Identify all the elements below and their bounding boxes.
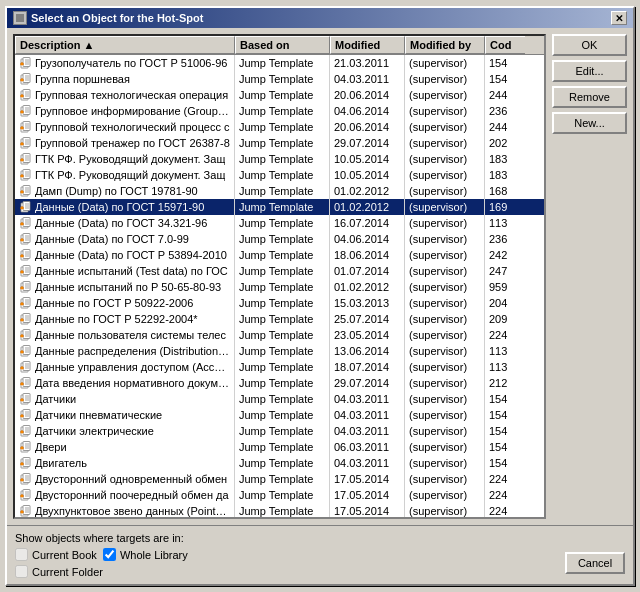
table-row[interactable]: R Групповой технологический процесс сJum…: [15, 119, 544, 135]
cell-desc-text-9: Данные (Data) по ГОСТ 15971-90: [35, 201, 204, 213]
title-bar: Select an Object for the Hot-Spot ✕: [7, 8, 633, 28]
cell-modby-2: (supervisor): [405, 87, 485, 103]
cell-desc-text-3: Групповое информирование (Group inf: [35, 105, 230, 117]
cell-modified-3: 04.06.2014: [330, 103, 405, 119]
col-header-description[interactable]: Description ▲: [15, 36, 235, 54]
col-header-code[interactable]: Cod: [485, 36, 525, 54]
table-row[interactable]: R Грузополучатель по ГОСТ Р 51006-96Jump…: [15, 55, 544, 71]
row-icon-25: R: [19, 457, 33, 469]
svg-text:R: R: [21, 352, 23, 355]
svg-text:R: R: [21, 208, 23, 211]
cell-modby-7: (supervisor): [405, 167, 485, 183]
table-row[interactable]: R Данные распределения (Distribution deJ…: [15, 343, 544, 359]
remove-button[interactable]: Remove: [552, 86, 627, 108]
cell-modby-5: (supervisor): [405, 135, 485, 151]
table-row[interactable]: R Данные по ГОСТ Р 50922-2006Jump Templa…: [15, 295, 544, 311]
cell-based-17: Jump Template: [235, 327, 330, 343]
row-icon-2: R: [19, 89, 33, 101]
cell-description-17: R Данные пользователя системы телес: [15, 327, 235, 343]
row-icon-20: R: [19, 377, 33, 389]
cell-desc-text-21: Датчики: [35, 393, 76, 405]
edit-button[interactable]: Edit...: [552, 60, 627, 82]
cell-modified-10: 16.07.2014: [330, 215, 405, 231]
cell-modified-19: 18.07.2014: [330, 359, 405, 375]
table-row[interactable]: R Данные (Data) по ГОСТ 15971-90Jump Tem…: [15, 199, 544, 215]
cell-desc-text-19: Данные управления доступом (Access: [35, 361, 230, 373]
cell-modby-13: (supervisor): [405, 263, 485, 279]
row-icon-9: R: [19, 201, 33, 213]
table-row[interactable]: R Групповое информирование (Group infJum…: [15, 103, 544, 119]
cell-desc-text-2: Групповая технологическая операция: [35, 89, 228, 101]
table-row[interactable]: R Групповая технологическая операцияJump…: [15, 87, 544, 103]
cell-modified-5: 29.07.2014: [330, 135, 405, 151]
table-row[interactable]: R Данные (Data) по ГОСТ Р 53894-2010Jump…: [15, 247, 544, 263]
cell-description-18: R Данные распределения (Distribution de: [15, 343, 235, 359]
table-row[interactable]: R Датчики пневматическиеJump Template04.…: [15, 407, 544, 423]
table-row[interactable]: R Данные (Data) по ГОСТ 7.0-99Jump Templ…: [15, 231, 544, 247]
svg-text:R: R: [21, 256, 23, 259]
table-row[interactable]: R ГТК РФ. Руководящий документ. ЗащJump …: [15, 167, 544, 183]
cell-based-6: Jump Template: [235, 151, 330, 167]
svg-text:R: R: [21, 112, 23, 115]
close-button[interactable]: ✕: [611, 11, 627, 25]
cell-code-17: 224: [485, 327, 525, 343]
cell-based-11: Jump Template: [235, 231, 330, 247]
col-header-based[interactable]: Based on: [235, 36, 330, 54]
cell-desc-text-25: Двигатель: [35, 457, 87, 469]
cell-modby-9: (supervisor): [405, 199, 485, 215]
cell-desc-text-12: Данные (Data) по ГОСТ Р 53894-2010: [35, 249, 227, 261]
table-body[interactable]: R Грузополучатель по ГОСТ Р 51006-96Jump…: [15, 55, 544, 517]
bottom-row-1: Show objects where targets are in:: [15, 532, 625, 544]
col-header-modified[interactable]: Modified: [330, 36, 405, 54]
cell-description-16: R Данные по ГОСТ Р 52292-2004*: [15, 311, 235, 327]
cell-modby-10: (supervisor): [405, 215, 485, 231]
cell-description-24: R Двери: [15, 439, 235, 455]
whole-library-checkbox[interactable]: [103, 548, 116, 561]
table-row[interactable]: R Данные испытаний по Р 50-65-80-93Jump …: [15, 279, 544, 295]
cell-desc-text-24: Двери: [35, 441, 67, 453]
table-row[interactable]: R Группа поршневаяJump Template04.03.201…: [15, 71, 544, 87]
cell-based-22: Jump Template: [235, 407, 330, 423]
cancel-button[interactable]: Cancel: [565, 552, 625, 574]
table-row[interactable]: R Двусторонний одновременный обменJump T…: [15, 471, 544, 487]
cell-based-28: Jump Template: [235, 503, 330, 517]
cell-desc-text-20: Дата введения нормативного докумен: [35, 377, 230, 389]
cell-desc-text-22: Датчики пневматические: [35, 409, 162, 421]
cell-modified-25: 04.03.2011: [330, 455, 405, 471]
table-row[interactable]: R Двухпунктовое звено данных (Point-to-J…: [15, 503, 544, 517]
object-table: Description ▲ Based on Modified Modified…: [13, 34, 546, 519]
cell-code-27: 224: [485, 487, 525, 503]
cell-description-25: R Двигатель: [15, 455, 235, 471]
table-row[interactable]: R Данные пользователя системы телесJump …: [15, 327, 544, 343]
ok-button[interactable]: OK: [552, 34, 627, 56]
table-row[interactable]: R ДвериJump Template06.03.2011(superviso…: [15, 439, 544, 455]
cell-code-13: 247: [485, 263, 525, 279]
table-row[interactable]: R ГТК РФ. Руководящий документ. ЗащJump …: [15, 151, 544, 167]
row-icon-26: R: [19, 473, 33, 485]
cell-based-9: Jump Template: [235, 199, 330, 215]
table-row[interactable]: R Данные управления доступом (AccessJump…: [15, 359, 544, 375]
cell-desc-text-15: Данные по ГОСТ Р 50922-2006: [35, 297, 193, 309]
current-book-checkbox[interactable]: [15, 548, 28, 561]
cell-modby-25: (supervisor): [405, 455, 485, 471]
table-row[interactable]: R ДатчикиJump Template04.03.2011(supervi…: [15, 391, 544, 407]
current-folder-checkbox[interactable]: [15, 565, 28, 578]
cell-code-14: 959: [485, 279, 525, 295]
table-row[interactable]: R Датчики электрическиеJump Template04.0…: [15, 423, 544, 439]
cell-desc-text-8: Дамп (Dump) по ГОСТ 19781-90: [35, 185, 198, 197]
new-button[interactable]: New...: [552, 112, 627, 134]
table-row[interactable]: R Данные по ГОСТ Р 52292-2004*Jump Templ…: [15, 311, 544, 327]
cell-code-6: 183: [485, 151, 525, 167]
whole-library-label: Whole Library: [103, 548, 188, 561]
table-row[interactable]: R Данные (Data) по ГОСТ 34.321-96Jump Te…: [15, 215, 544, 231]
table-row[interactable]: R Дамп (Dump) по ГОСТ 19781-90Jump Templ…: [15, 183, 544, 199]
table-row[interactable]: R ДвигательJump Template04.03.2011(super…: [15, 455, 544, 471]
table-row[interactable]: R Двусторонний поочередный обмен даJump …: [15, 487, 544, 503]
cell-modified-22: 04.03.2011: [330, 407, 405, 423]
col-header-modifiedby[interactable]: Modified by: [405, 36, 485, 54]
svg-text:R: R: [21, 272, 23, 275]
table-row[interactable]: R Данные испытаний (Test data) по ГОСJum…: [15, 263, 544, 279]
table-row[interactable]: R Дата введения нормативного докуменJump…: [15, 375, 544, 391]
cell-code-12: 242: [485, 247, 525, 263]
table-row[interactable]: R Групповой тренажер по ГОСТ 26387-8Jump…: [15, 135, 544, 151]
